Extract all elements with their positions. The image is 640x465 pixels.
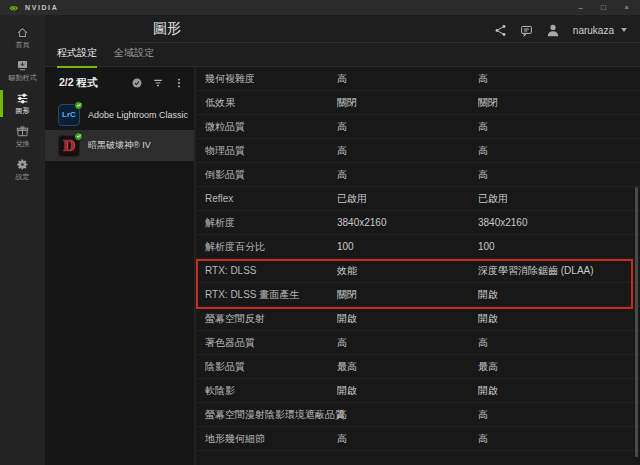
setting-optimized-value: 高 <box>478 72 640 86</box>
setting-optimized-value: 最高 <box>478 360 640 374</box>
setting-current-value: 開啟 <box>337 312 478 326</box>
graphics-icon <box>16 92 29 105</box>
setting-current-value: 高 <box>337 144 478 158</box>
home-icon <box>16 26 29 39</box>
redeem-icon <box>16 125 29 138</box>
settings-row[interactable]: 低效果 關閉 關閉 <box>196 91 640 115</box>
setting-current-value: 開啟 <box>337 384 478 398</box>
nvidia-app-window: NVIDIA – □ × 首頁 驅動程式 <box>0 0 640 465</box>
settings-row[interactable]: Reflex 已啟用 已啟用 <box>196 187 640 211</box>
setting-label: 解析度 <box>205 216 337 230</box>
tab-global-settings[interactable]: 全域設定 <box>114 46 154 68</box>
setting-label: RTX: DLSS <box>205 265 337 276</box>
setting-label: 解析度百分比 <box>205 240 337 254</box>
program-item-diablo4[interactable]: D 暗黑破壞神® IV <box>45 130 194 161</box>
setting-optimized-value: 3840x2160 <box>478 217 640 228</box>
setting-optimized-value: 已啟用 <box>478 192 640 206</box>
share-icon[interactable] <box>494 24 507 37</box>
vertical-scrollbar-thumb[interactable] <box>635 187 638 457</box>
titlebar-branding: NVIDIA <box>9 3 58 13</box>
settings-icon <box>16 158 29 171</box>
setting-current-value: 高 <box>337 72 478 86</box>
setting-label: 螢幕空間漫射陰影環境遮蔽品質 <box>205 408 337 422</box>
setting-optimized-value: 開啟 <box>478 312 640 326</box>
setting-optimized-value: 高 <box>478 168 640 182</box>
username[interactable]: narukaza <box>573 25 614 36</box>
lightroom-app-icon: LrC <box>58 104 80 126</box>
chevron-down-icon[interactable] <box>621 28 627 32</box>
lightroom-icon-text: LrC <box>62 110 76 119</box>
feedback-icon[interactable] <box>520 24 533 37</box>
setting-label: 倒影品質 <box>205 168 337 182</box>
settings-row[interactable]: 著色器品質 高 高 <box>196 331 640 355</box>
diablo4-app-icon: D <box>58 135 80 157</box>
setting-label: 地形幾何細節 <box>205 432 337 446</box>
program-panel-header: 2/2 程式 <box>45 67 194 99</box>
sidebar-item-label: 圖形 <box>16 107 30 115</box>
setting-label: 著色器品質 <box>205 336 337 350</box>
setting-label: 物理品質 <box>205 144 337 158</box>
minimize-button[interactable]: – <box>576 3 585 12</box>
header-divider <box>130 42 640 43</box>
setting-optimized-value: 100 <box>478 241 640 252</box>
sidebar-item-home[interactable]: 首頁 <box>0 22 45 53</box>
drivers-icon <box>16 59 29 72</box>
kebab-menu-icon[interactable] <box>173 77 185 89</box>
setting-current-value: 關閉 <box>337 288 478 302</box>
program-name: Adobe Lightroom Classic <box>88 110 188 120</box>
sidebar-item-graphics[interactable]: 圖形 <box>0 88 45 119</box>
program-count: 2/2 程式 <box>59 76 98 90</box>
settings-row[interactable]: 地形幾何細節 高 高 <box>196 427 640 451</box>
filter-icon[interactable] <box>152 77 164 89</box>
setting-current-value: 高 <box>337 432 478 446</box>
setting-optimized-value: 開啟 <box>478 288 640 302</box>
settings-row[interactable]: RTX: DLSS 效能 深度學習消除鋸齒 (DLAA) <box>196 259 640 283</box>
maximize-button[interactable]: □ <box>599 3 608 12</box>
settings-row[interactable]: 物理品質 高 高 <box>196 139 640 163</box>
settings-row[interactable]: 倒影品質 高 高 <box>196 163 640 187</box>
sidebar-item-drivers[interactable]: 驅動程式 <box>0 55 45 86</box>
setting-label: 軟陰影 <box>205 384 337 398</box>
setting-label: 低效果 <box>205 96 337 110</box>
settings-row[interactable]: 陰影品質 最高 最高 <box>196 355 640 379</box>
sidebar-item-redeem[interactable]: 兌換 <box>0 121 45 152</box>
settings-row[interactable]: 螢幕空間漫射陰影環境遮蔽品質 高 高 <box>196 403 640 427</box>
setting-current-value: 高 <box>337 336 478 350</box>
setting-current-value: 高 <box>337 120 478 134</box>
settings-row[interactable]: 螢幕空間反射 開啟 開啟 <box>196 307 640 331</box>
avatar[interactable] <box>546 23 560 37</box>
check-circle-filter-icon[interactable] <box>131 77 143 89</box>
setting-optimized-value: 高 <box>478 432 640 446</box>
settings-row[interactable]: 幾何複雜度 高 高 <box>196 67 640 91</box>
setting-optimized-value: 高 <box>478 144 640 158</box>
setting-current-value: 關閉 <box>337 96 478 110</box>
setting-optimized-value: 關閉 <box>478 96 640 110</box>
diablo4-icon-text: D <box>63 138 75 154</box>
settings-table: 幾何複雜度 高 高 低效果 關閉 關閉 微粒品質 高 高 物理品質 高 高 倒影… <box>196 67 640 465</box>
tab-program-settings[interactable]: 程式設定 <box>57 46 97 68</box>
setting-label: 螢幕空間反射 <box>205 312 337 326</box>
sidebar-item-settings[interactable]: 設定 <box>0 154 45 185</box>
header-actions: narukaza <box>494 23 627 37</box>
nvidia-logo-icon <box>9 3 19 13</box>
settings-row[interactable]: 解析度百分比 100 100 <box>196 235 640 259</box>
setting-current-value: 高 <box>337 408 478 422</box>
sidebar-item-label: 首頁 <box>16 41 30 49</box>
setting-label: RTX: DLSS 畫面產生 <box>205 288 337 302</box>
setting-optimized-value: 開啟 <box>478 384 640 398</box>
setting-current-value: 100 <box>337 241 478 252</box>
program-item-lightroom[interactable]: LrC Adobe Lightroom Classic <box>45 99 194 130</box>
close-button[interactable]: × <box>622 3 631 12</box>
setting-current-value: 3840x2160 <box>337 217 478 228</box>
sidebar-item-label: 設定 <box>16 173 30 181</box>
settings-row[interactable]: 解析度 3840x2160 3840x2160 <box>196 211 640 235</box>
optimized-check-badge <box>74 132 83 141</box>
setting-current-value: 已啟用 <box>337 192 478 206</box>
settings-row[interactable]: RTX: DLSS 畫面產生 關閉 開啟 <box>196 283 640 307</box>
setting-current-value: 高 <box>337 168 478 182</box>
settings-row[interactable]: 微粒品質 高 高 <box>196 115 640 139</box>
titlebar-app-name: NVIDIA <box>25 4 58 11</box>
setting-optimized-value: 高 <box>478 408 640 422</box>
settings-row[interactable]: 軟陰影 開啟 開啟 <box>196 379 640 403</box>
program-name: 暗黑破壞神® IV <box>88 139 151 152</box>
